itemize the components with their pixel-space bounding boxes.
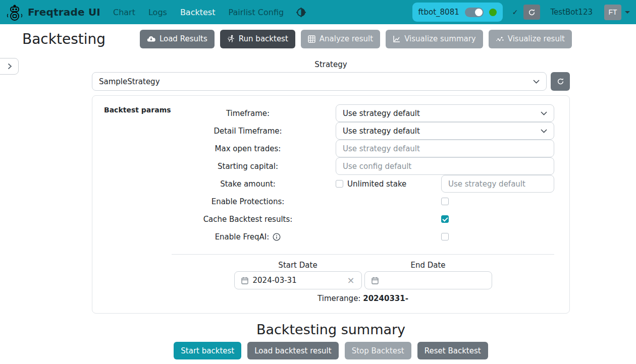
chevron-right-icon xyxy=(8,63,12,70)
unlimited-stake-label: Unlimited stake xyxy=(347,179,406,189)
nav-item-pairlist-config[interactable]: Pairlist Config xyxy=(228,8,284,17)
nav-item-backtest[interactable]: Backtest xyxy=(180,8,216,17)
bot-toggle[interactable] xyxy=(465,8,484,17)
divider xyxy=(172,254,554,255)
enable-protections-row: Enable Protections: xyxy=(172,193,554,210)
clear-date-icon[interactable]: × xyxy=(347,276,354,285)
load-results-button[interactable]: Load Results xyxy=(140,30,215,48)
page-header: Backtesting Load Results Run backtest xyxy=(0,26,636,51)
header-buttons: Load Results Run backtest Analyze resu xyxy=(140,30,572,48)
end-date-input[interactable] xyxy=(364,271,492,289)
start-backtest-button[interactable]: Start backtest xyxy=(174,342,241,359)
page-title: Backtesting xyxy=(22,31,105,47)
username-label: TestBot123 xyxy=(550,8,593,17)
navbar: Freqtrade UI Chart Logs Backtest Pairlis… xyxy=(0,0,636,24)
nav-item-chart[interactable]: Chart xyxy=(113,8,135,17)
end-date-label: End Date xyxy=(364,261,492,270)
cache-results-label: Cache Backtest results: xyxy=(172,215,324,224)
start-date-label: Start Date xyxy=(234,261,362,270)
sidebar-expand-button[interactable] xyxy=(0,58,19,75)
robot-logo-icon xyxy=(6,3,23,21)
starting-capital-row: Starting capital: xyxy=(172,157,554,175)
cloud-download-icon xyxy=(147,35,155,42)
enable-freqai-row: Enable FreqAI: xyxy=(172,228,554,246)
bot-name: ftbot_8081 xyxy=(418,8,459,17)
max-open-trades-label: Max open trades: xyxy=(172,144,324,153)
strategy-select[interactable]: SampleStrategy xyxy=(92,72,547,91)
refresh-icon xyxy=(557,78,564,85)
stake-amount-input[interactable] xyxy=(441,175,554,193)
section-title: Backtest params xyxy=(104,104,172,114)
avatar: FT xyxy=(604,5,621,20)
enable-freqai-label: Enable FreqAI: xyxy=(215,232,270,241)
timerange-value: 20240331- xyxy=(363,294,408,303)
table-icon xyxy=(308,35,315,43)
bot-selector[interactable]: ftbot_8081 xyxy=(412,3,503,22)
chevron-down-icon xyxy=(541,129,547,133)
reload-strategies-button[interactable] xyxy=(551,72,570,91)
starting-capital-input[interactable] xyxy=(336,157,554,175)
theme-toggle-icon[interactable] xyxy=(296,8,306,17)
enable-protections-checkbox[interactable] xyxy=(441,198,449,205)
unlimited-stake-checkbox[interactable]: Unlimited stake xyxy=(336,179,406,189)
info-icon[interactable] xyxy=(273,233,281,241)
brand[interactable]: Freqtrade UI xyxy=(6,3,100,21)
backtest-params-card: Backtest params Timeframe: Use strategy … xyxy=(92,95,570,314)
starting-capital-label: Starting capital: xyxy=(172,162,324,171)
nav-links: Chart Logs Backtest Pairlist Config xyxy=(113,8,284,17)
analyze-result-button[interactable]: Analyze result xyxy=(301,30,380,48)
detail-timeframe-select[interactable]: Use strategy default xyxy=(336,122,554,140)
calendar-icon xyxy=(372,277,379,284)
refresh-bots-button[interactable] xyxy=(523,5,540,20)
line-chart-icon xyxy=(393,35,400,43)
user-menu-button[interactable]: FT xyxy=(604,5,630,20)
enable-protections-label: Enable Protections: xyxy=(172,197,324,206)
start-date-value: 2024-03-31 xyxy=(253,276,343,285)
calendar-icon xyxy=(241,277,248,284)
reset-backtest-button[interactable]: Reset Backtest xyxy=(417,342,488,359)
online-status-dot xyxy=(489,9,497,16)
timerange-text: Timerange: 20240331- xyxy=(172,294,554,303)
detail-timeframe-row: Detail Timeframe: Use strategy default xyxy=(172,122,554,140)
cache-results-row: Cache Backtest results: xyxy=(172,210,554,228)
runner-icon xyxy=(227,35,235,43)
chevron-down-icon xyxy=(533,80,540,84)
start-date-input[interactable]: 2024-03-31 × xyxy=(234,271,362,289)
chevron-down-icon xyxy=(541,111,547,115)
stake-amount-label: Stake amount: xyxy=(172,179,324,189)
timeframe-row: Timeframe: Use strategy default xyxy=(172,104,554,122)
nav-item-logs[interactable]: Logs xyxy=(148,8,167,17)
app-title: Freqtrade UI xyxy=(28,6,100,18)
connected-check-icon: ✓ xyxy=(512,8,518,16)
stake-amount-row: Stake amount: Unlimited stake xyxy=(172,175,554,193)
chevron-down-icon xyxy=(625,11,630,14)
scatter-chart-icon xyxy=(496,35,504,43)
backtest-setup-panel: Strategy SampleStrategy Backtest params … xyxy=(92,60,570,359)
max-open-trades-input[interactable] xyxy=(336,140,554,157)
navbar-right: ftbot_8081 ✓ TestBot123 FT xyxy=(412,3,630,22)
detail-timeframe-label: Detail Timeframe: xyxy=(172,127,324,136)
max-open-trades-row: Max open trades: xyxy=(172,140,554,157)
stop-backtest-button[interactable]: Stop Backtest xyxy=(345,342,411,359)
visualize-summary-button[interactable]: Visualize summary xyxy=(386,30,483,48)
visualize-result-button[interactable]: Visualize result xyxy=(489,30,572,48)
checkbox[interactable] xyxy=(336,180,343,188)
summary-title: Backtesting summary xyxy=(92,322,570,337)
timeframe-select[interactable]: Use strategy default xyxy=(336,104,554,122)
strategy-label: Strategy xyxy=(92,60,570,69)
cache-results-checkbox[interactable] xyxy=(441,215,449,223)
timeframe-label: Timeframe: xyxy=(172,109,324,118)
enable-freqai-checkbox[interactable] xyxy=(441,233,449,240)
load-backtest-result-button[interactable]: Load backtest result xyxy=(247,342,338,359)
run-backtest-button[interactable]: Run backtest xyxy=(220,30,295,48)
summary-buttons: Start backtest Load backtest result Stop… xyxy=(92,342,570,359)
